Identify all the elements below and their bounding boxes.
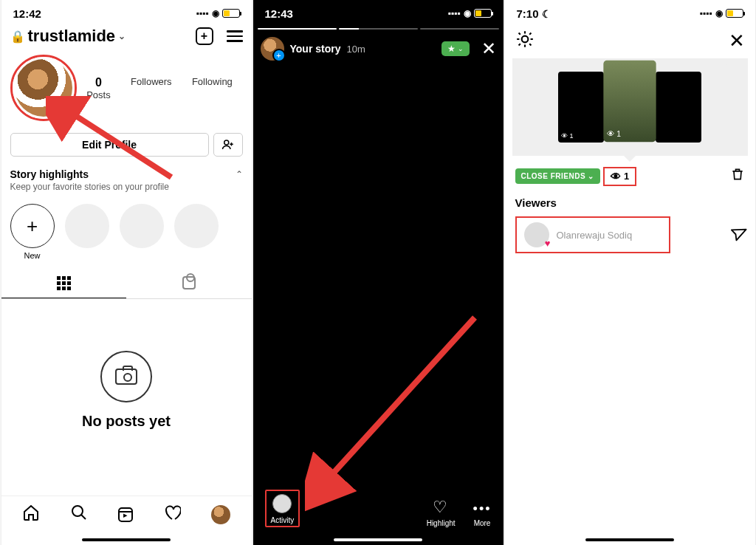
create-post-button[interactable]: + [196,27,213,45]
highlights-title: Story highlights [10,168,89,180]
username-dropdown[interactable]: 🔒 trustlamide ⌄ [10,27,126,46]
story-screen: 12:43 ▪▪▪▪ ◉ Your story 10m ★ ⌄ ✕ Activi… [252,0,504,545]
profile-stats-row: 0Posts Followers Following [1,52,252,128]
profile-screen: 12:42 ▪▪▪▪ ◉ 🔒 trustlamide ⌄ + 0Posts Fo… [1,0,252,545]
settings-button[interactable] [515,30,535,52]
nav-search[interactable] [70,504,88,526]
status-time: 12:43 [265,7,293,20]
story-progress [253,24,504,30]
close-story-button[interactable]: ✕ [481,38,496,59]
discover-people-button[interactable] [213,133,243,157]
camera-icon [100,351,152,402]
viewers-title: Viewers [505,192,755,213]
home-indicator[interactable] [334,538,422,541]
moon-icon: ☾ [542,8,551,20]
tab-tagged[interactable] [126,269,252,298]
view-count[interactable]: 👁1 [603,167,636,186]
avatar-image [15,59,72,117]
status-icons: ▪▪▪▪ ◉ [699,8,743,18]
story-thumbnails: 👁 1 👁 1 [512,58,748,156]
viewer-avatar [524,222,549,247]
highlight-placeholder [174,204,219,248]
battery-icon [726,9,743,18]
your-story-label[interactable]: Your story [290,43,341,55]
highlights-subtitle: Keep your favorite stories on your profi… [10,182,243,192]
status-bar: 12:42 ▪▪▪▪ ◉ [1,0,252,24]
new-highlight-label: New [10,251,55,260]
add-highlight-button[interactable]: + [10,204,55,248]
close-friends-badge[interactable]: CLOSE FRIENDS ⌄ [515,168,600,184]
close-friends-badge[interactable]: ★ ⌄ [441,41,470,56]
chevron-up-icon[interactable]: ⌃ [236,169,243,179]
story-avatar[interactable] [261,37,284,61]
svg-point-0 [224,140,228,145]
viewers-header: ✕ [505,24,755,58]
wifi-icon: ◉ [715,8,723,18]
viewer-avatar-icon [272,494,292,513]
close-button[interactable]: ✕ [729,30,745,52]
nav-activity[interactable] [163,504,181,526]
story-time: 10m [346,44,365,55]
dots-icon: ••• [473,501,492,517]
eye-icon: 👁 [611,171,621,182]
highlights-row: + New [1,195,252,269]
home-indicator[interactable] [82,538,171,541]
status-time: 12:42 [13,7,41,20]
edit-profile-button[interactable]: Edit Profile [10,133,209,157]
viewers-screen: 7:10 ☾ ▪▪▪▪ ◉ ✕ 👁 1 👁 1 CLOSE FRIENDS ⌄ … [504,0,756,545]
battery-icon [222,9,240,18]
svg-line-3 [327,318,475,480]
more-button[interactable]: ••• More [473,501,492,527]
highlight-placeholder [65,204,109,248]
story-bottom-bar: Activity Highlight ••• More [253,484,504,533]
wifi-icon: ◉ [464,8,471,18]
tab-grid[interactable] [1,269,127,298]
svg-point-4 [521,36,528,43]
signal-icon: ▪▪▪▪ [699,8,712,18]
highlight-button[interactable]: Highlight [427,501,456,527]
chevron-down-icon: ⌄ [118,31,126,41]
delete-button[interactable] [730,166,745,186]
profile-tabs [1,269,252,299]
svg-point-1 [72,506,83,516]
lock-icon: 🔒 [10,30,25,44]
eye-icon: 👁 1 [607,130,621,139]
home-indicator[interactable] [585,538,674,541]
status-bar: 7:10 ☾ ▪▪▪▪ ◉ [505,0,755,24]
tagged-icon [182,276,196,289]
wifi-icon: ◉ [212,8,219,18]
viewer-row: Olanrewaju Sodiq [505,213,755,256]
reels-icon [118,507,133,522]
eye-icon: 👁 1 [561,132,574,140]
followers-stat[interactable]: Followers [131,76,172,100]
nav-profile[interactable] [211,505,230,524]
posts-stat[interactable]: 0Posts [86,76,111,100]
grid-icon [57,276,71,290]
activity-button[interactable]: Activity [265,490,300,527]
status-icons: ▪▪▪▪ ◉ [196,8,239,18]
heart-icon [433,501,449,517]
nav-home[interactable] [22,504,40,526]
signal-icon: ▪▪▪▪ [196,8,208,18]
add-person-icon [221,138,235,151]
bottom-nav [1,496,252,533]
story-thumb[interactable] [656,72,701,143]
signal-icon: ▪▪▪▪ [447,8,460,18]
following-stat[interactable]: Following [192,76,233,100]
status-time: 7:10 ☾ [517,7,551,20]
status-bar: 12:43 ▪▪▪▪ ◉ [253,0,504,24]
story-thumb-active[interactable]: 👁 1 [603,61,656,142]
status-icons: ▪▪▪▪ ◉ [447,8,491,18]
profile-avatar[interactable] [10,55,77,121]
highlights-section: Story highlights ⌃ Keep your favorite st… [1,161,252,195]
viewer-item[interactable]: Olanrewaju Sodiq [515,216,670,253]
username-text: trustlamide [28,27,116,46]
story-header: Your story 10m ★ ⌄ ✕ [253,30,504,68]
menu-button[interactable] [227,30,243,42]
viewer-name: Olanrewaju Sodiq [557,230,633,241]
story-thumb[interactable]: 👁 1 [558,72,604,143]
empty-posts-state: No posts yet [1,299,252,430]
highlight-placeholder [120,204,164,248]
nav-reels[interactable] [118,507,133,522]
send-button[interactable] [726,223,748,247]
